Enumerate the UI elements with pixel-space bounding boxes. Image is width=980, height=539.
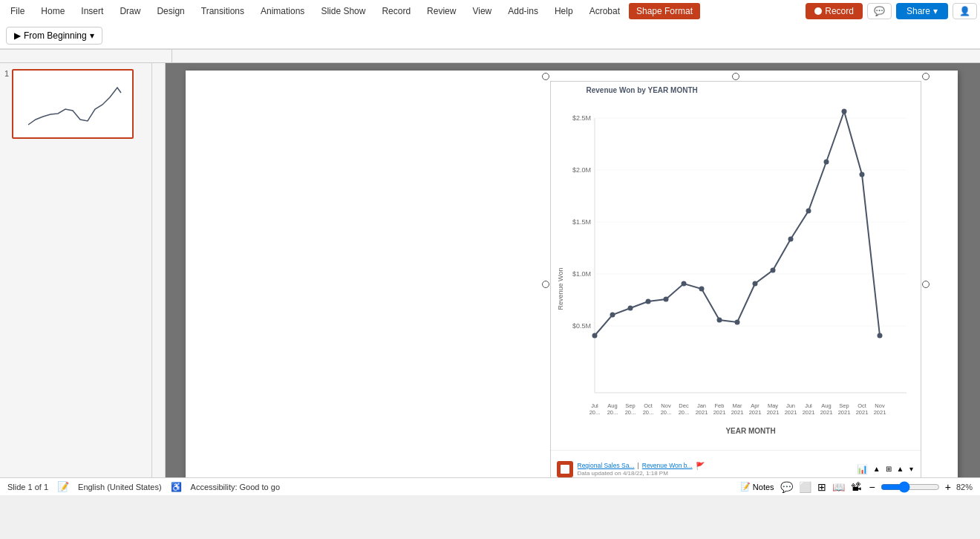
svg-text:Sep: Sep — [839, 402, 849, 409]
chart-expand-button[interactable]: ▲ — [872, 463, 882, 474]
menu-view[interactable]: View — [465, 3, 499, 19]
notes-icon: 📝 — [740, 482, 751, 491]
svg-text:20...: 20... — [589, 409, 600, 416]
svg-text:2021: 2021 — [855, 409, 868, 416]
svg-text:2021: 2021 — [695, 409, 708, 416]
play-icon: ▶ — [14, 30, 21, 41]
notes-button[interactable]: 📝 Notes — [740, 482, 774, 491]
svg-rect-0 — [172, 50, 980, 62]
from-beginning-button[interactable]: ▶ From Beginning ▾ — [6, 27, 102, 45]
comments-panel-button[interactable]: 💬 — [780, 481, 793, 493]
svg-text:$0.5M: $0.5M — [572, 322, 590, 330]
slide-sorter-button[interactable]: ⊞ — [817, 481, 826, 493]
comment-button[interactable]: 💬 — [867, 3, 892, 19]
footer-separator: | — [638, 462, 639, 469]
footer-logo — [557, 461, 573, 477]
handle-top-right[interactable] — [922, 73, 930, 80]
data-point — [716, 318, 722, 323]
slide-canvas: Revenue Won by YEAR MONTH Revenue Won — [186, 71, 958, 477]
zoom-level: 82% — [956, 483, 973, 491]
normal-view-button[interactable]: ⬜ — [799, 481, 811, 493]
handle-mid-left[interactable] — [542, 281, 549, 288]
source-link[interactable]: Regional Sales Sa... — [578, 462, 635, 469]
menu-draw[interactable]: Draw — [112, 3, 148, 19]
measure-link[interactable]: Revenue Won b... — [642, 462, 693, 469]
svg-text:20...: 20... — [660, 409, 671, 416]
svg-text:YEAR MONTH: YEAR MONTH — [725, 427, 775, 435]
data-point — [699, 287, 704, 292]
svg-text:20...: 20... — [642, 409, 653, 416]
menu-animations[interactable]: Animations — [253, 3, 312, 19]
svg-text:Jan: Jan — [696, 402, 705, 409]
menu-home[interactable]: Home — [33, 3, 72, 19]
ruler-vertical — [152, 63, 166, 477]
chart-more-button[interactable]: ▲ — [895, 463, 906, 474]
svg-text:May: May — [767, 402, 777, 409]
svg-text:$2.0M: $2.0M — [572, 166, 590, 174]
svg-text:Aug: Aug — [821, 402, 831, 409]
svg-text:$1.0M: $1.0M — [572, 270, 590, 278]
handle-top-center[interactable] — [732, 73, 739, 80]
menu-transitions[interactable]: Transitions — [194, 3, 252, 19]
chart-icon-button[interactable]: 📊 — [855, 463, 869, 476]
menu-shapeformat[interactable]: Shape Format — [629, 3, 700, 19]
zoom-control: − + 82% — [867, 481, 973, 493]
svg-text:2021: 2021 — [766, 409, 779, 416]
menu-acrobat[interactable]: Acrobat — [582, 3, 627, 19]
chart-line — [595, 111, 880, 336]
chart-svg: Revenue Won $2.5M $2.0M $1.5M — [551, 96, 921, 452]
profile-button[interactable]: 👤 — [953, 3, 977, 19]
zoom-in-button[interactable]: + — [943, 481, 953, 493]
menu-record[interactable]: Record — [374, 3, 418, 19]
record-button[interactable]: Record — [806, 3, 863, 19]
slides-panel: 1 — [0, 63, 152, 477]
svg-text:2021: 2021 — [784, 409, 797, 416]
menu-insert[interactable]: Insert — [74, 3, 111, 19]
zoom-out-button[interactable]: − — [867, 481, 878, 493]
footer-action-icons: 📊 ▲ ⊞ ▲ ▾ — [855, 463, 915, 476]
reading-view-button[interactable]: 📖 — [832, 481, 845, 493]
menu-bar: File Home Insert Draw Design Transitions… — [0, 0, 980, 22]
data-point — [610, 313, 615, 318]
svg-text:2021: 2021 — [873, 409, 886, 416]
svg-text:2021: 2021 — [802, 409, 814, 416]
chart-grid-button[interactable]: ⊞ — [884, 463, 893, 474]
data-point — [663, 297, 668, 302]
slide-thumb-content — [13, 71, 132, 137]
data-point — [681, 281, 686, 287]
record-btn-label: Record — [825, 6, 854, 16]
handle-top-left[interactable] — [542, 73, 549, 80]
share-button[interactable]: Share ▾ — [896, 3, 948, 19]
chart-collapse-button[interactable]: ▾ — [908, 463, 915, 474]
svg-text:Sep: Sep — [625, 402, 635, 409]
svg-text:2021: 2021 — [731, 409, 743, 416]
spell-check-icon: 📝 — [57, 481, 69, 492]
notes-label: Notes — [753, 483, 774, 491]
data-point — [770, 268, 775, 273]
menu-design[interactable]: Design — [149, 3, 192, 19]
data-point — [752, 281, 757, 287]
chart-inner: Revenue Won by YEAR MONTH Revenue Won — [550, 81, 921, 477]
svg-text:Apr: Apr — [751, 402, 760, 409]
svg-text:Mar: Mar — [732, 402, 742, 409]
ruler-row: /* ruler ticks drawn via JS below */ — [0, 50, 980, 63]
chart-selection-container[interactable]: Revenue Won by YEAR MONTH Revenue Won — [546, 76, 926, 477]
data-point — [859, 172, 864, 177]
chevron-down-icon: ▾ — [933, 6, 938, 16]
svg-text:20...: 20... — [624, 409, 636, 416]
data-point — [592, 333, 597, 339]
menu-review[interactable]: Review — [419, 3, 463, 19]
slide-thumbnail[interactable] — [12, 69, 134, 139]
slide-canvas-wrapper: Revenue Won by YEAR MONTH Revenue Won — [170, 71, 973, 470]
footer-flag-icon: 🚩 — [696, 462, 705, 470]
menu-slideshow[interactable]: Slide Show — [313, 3, 373, 19]
menu-addins[interactable]: Add-ins — [500, 3, 546, 19]
menu-help[interactable]: Help — [547, 3, 581, 19]
zoom-slider[interactable] — [881, 481, 940, 493]
presenter-view-button[interactable]: 📽 — [851, 481, 861, 493]
menu-file[interactable]: File — [3, 3, 32, 19]
status-bar-right: 📝 Notes 💬 ⬜ ⊞ 📖 📽 − + 82% — [740, 481, 973, 493]
slide-info: Slide 1 of 1 — [7, 483, 48, 491]
svg-text:Feb: Feb — [714, 402, 724, 409]
handle-mid-right[interactable] — [922, 281, 930, 288]
